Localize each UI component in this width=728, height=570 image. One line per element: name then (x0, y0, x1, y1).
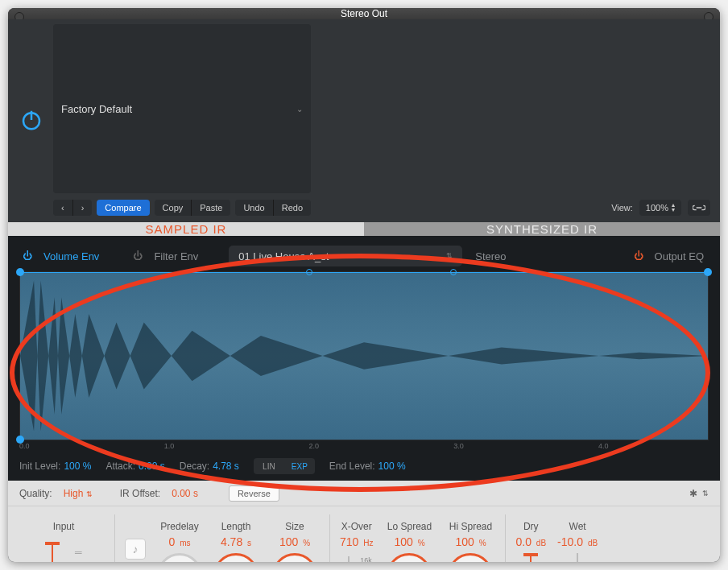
attack-label: Attack: (105, 461, 135, 472)
xover-value[interactable]: 710 (340, 535, 358, 548)
length-title: Length (221, 521, 251, 532)
decay-value[interactable]: 4.78 s (213, 461, 239, 472)
chevron-down-icon: ⌄ (296, 105, 303, 114)
init-level-value[interactable]: 100 % (64, 461, 91, 472)
axis-tick-2: 2.0 (309, 442, 320, 450)
volume-env-label[interactable]: Volume Env (43, 250, 99, 262)
curve-mode-toggle: LIN EXP (254, 458, 315, 474)
input-slider[interactable] (44, 542, 60, 562)
stepper-icon: ▴▾ (672, 203, 675, 213)
paste-button[interactable]: Paste (192, 200, 230, 216)
wet-slider[interactable] (569, 553, 585, 562)
lospread-title: Lo Spread (387, 521, 432, 532)
xover-title: X-Over (341, 521, 372, 532)
end-level-label: End Level: (329, 461, 375, 472)
end-level-value[interactable]: 100 % (378, 461, 406, 472)
window-titlebar: Stereo Out (8, 8, 720, 19)
ir-offset-label: IR Offset: (120, 488, 160, 499)
size-title: Size (285, 521, 304, 532)
dry-value[interactable]: 0.0 (515, 535, 531, 548)
ir-file-name: 01 Live House A_st (238, 250, 329, 262)
zoom-selector[interactable]: 100% ▴▾ (639, 200, 681, 216)
length-knob[interactable] (213, 553, 259, 562)
exp-button[interactable]: EXP (284, 458, 315, 474)
tab-sampled-ir[interactable]: SAMPLED IR (8, 222, 364, 236)
axis-tick-1: 1.0 (164, 442, 175, 450)
waveform-svg (20, 272, 708, 440)
hispread-knob[interactable] (448, 553, 493, 562)
next-preset-button[interactable]: › (73, 200, 93, 216)
mono-icon[interactable]: ═ (75, 547, 83, 558)
knob-row: Input ═ ≻ ✕ ♪ (8, 506, 720, 562)
lin-button[interactable]: LIN (254, 458, 284, 474)
output-eq-label[interactable]: Output EQ (655, 250, 704, 262)
predelay-title: Predelay (160, 521, 198, 532)
stepper-icon[interactable]: ⇅ (702, 489, 709, 498)
filter-env-power-icon[interactable]: ⏻ (130, 248, 146, 264)
xover-slider[interactable] (341, 556, 357, 562)
axis-tick-0: 0.0 (19, 442, 30, 450)
quality-value[interactable]: High ⇅ (64, 488, 93, 499)
controls-panel: Quality: High ⇅ IR Offset: 0.00 s Revers… (8, 481, 720, 562)
quality-row: Quality: High ⇅ IR Offset: 0.00 s Revers… (8, 481, 720, 506)
copy-button[interactable]: Copy (155, 200, 192, 216)
size-knob[interactable] (272, 553, 317, 562)
wet-value[interactable]: -10.0 (557, 535, 583, 548)
dry-slider[interactable] (523, 553, 539, 562)
preset-selector[interactable]: Factory Default ⌄ (53, 24, 311, 193)
predelay-value[interactable]: 0 (168, 535, 175, 548)
nav-buttons: ‹ › (53, 200, 92, 216)
toolbar: Factory Default ⌄ ‹ › Compare Copy Paste… (8, 19, 720, 222)
envelope-panel: ⏻ Volume Env ⏻ Filter Env 01 Live House … (8, 236, 720, 481)
zoom-value: 100% (646, 203, 668, 213)
predelay-knob[interactable] (157, 553, 202, 562)
power-icon[interactable] (16, 105, 47, 135)
window-title: Stereo Out (341, 8, 387, 19)
prev-preset-button[interactable]: ‹ (53, 200, 73, 216)
preset-name: Factory Default (61, 103, 132, 115)
decay-label: Decay: (180, 461, 209, 472)
gear-icon[interactable]: ✱ (689, 488, 697, 499)
quality-label: Quality: (19, 488, 52, 499)
init-level-label: Init Level: (19, 461, 60, 472)
ir-tabs: SAMPLED IR SYNTHESIZED IR (8, 222, 720, 236)
plugin-window: Stereo Out Factory Default ⌄ ‹ › Compare… (8, 8, 720, 562)
output-eq-power-icon[interactable]: ⏻ (631, 248, 647, 264)
lospread-value[interactable]: 100 (394, 535, 412, 548)
undo-button[interactable]: Undo (235, 200, 273, 216)
note-icon[interactable]: ♪ (125, 539, 146, 560)
time-axis: 0.0 1.0 2.0 3.0 4.0 (19, 440, 709, 455)
compare-button[interactable]: Compare (97, 200, 149, 216)
stereo-label: Stereo (475, 250, 506, 262)
axis-tick-4: 4.0 (598, 442, 609, 450)
hispread-title: Hi Spread (449, 521, 492, 532)
ir-offset-value[interactable]: 0.00 s (172, 488, 198, 499)
axis-tick-3: 3.0 (453, 442, 464, 450)
dry-title: Dry (523, 521, 539, 532)
view-label: View: (611, 203, 633, 213)
filter-env-label[interactable]: Filter Env (154, 250, 198, 262)
link-icon[interactable] (688, 200, 710, 216)
lospread-knob[interactable] (387, 553, 432, 562)
redo-button[interactable]: Redo (274, 200, 311, 216)
stepper-icon: ⇅ (446, 252, 453, 260)
tab-synthesized-ir[interactable]: SYNTHESIZED IR (364, 222, 720, 236)
reverse-button[interactable]: Reverse (229, 485, 279, 502)
input-title: Input (53, 521, 75, 532)
volume-env-power-icon[interactable]: ⏻ (19, 248, 35, 264)
size-value[interactable]: 100 (279, 535, 298, 548)
hispread-value[interactable]: 100 (455, 535, 474, 548)
waveform-display[interactable] (19, 271, 709, 440)
length-value[interactable]: 4.78 (221, 535, 242, 548)
attack-value[interactable]: 0.00 s (139, 461, 165, 472)
ir-file-selector[interactable]: 01 Live House A_st ⇅ (229, 246, 462, 266)
wet-title: Wet (569, 521, 586, 532)
